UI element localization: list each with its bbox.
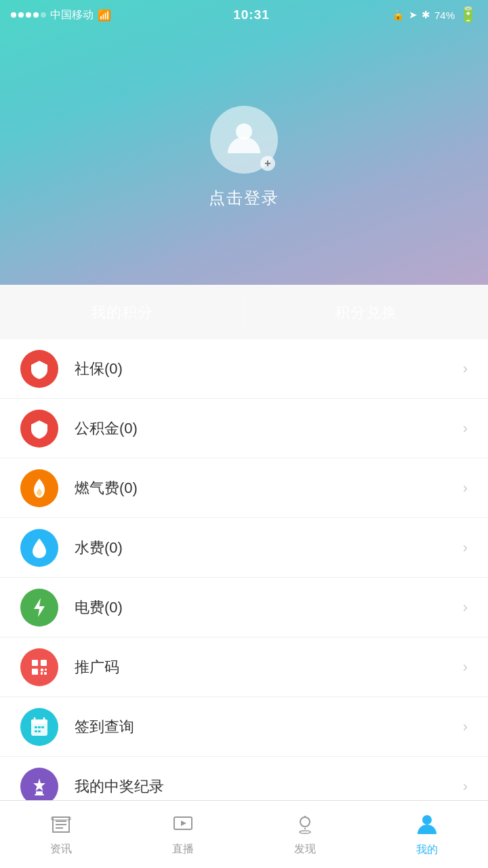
signal-dot-5 bbox=[41, 12, 46, 18]
zhongjang-chevron: › bbox=[463, 778, 468, 795]
battery-icon: 🔋 bbox=[459, 6, 477, 24]
shuifei-icon bbox=[20, 529, 58, 567]
tab-discover[interactable]: 发现 bbox=[244, 801, 366, 868]
list-item-shebao[interactable]: 社保(0) › bbox=[0, 339, 488, 399]
list-item-ranqi[interactable]: 燃气费(0) › bbox=[0, 458, 488, 518]
shuifei-chevron: › bbox=[463, 539, 468, 557]
points-bar: 我的积分 积分兑换 bbox=[0, 285, 488, 339]
svg-rect-3 bbox=[41, 660, 47, 666]
avatar-icon bbox=[224, 117, 264, 163]
login-button[interactable]: 点击登录 bbox=[209, 187, 279, 209]
lock-icon: 🔒 bbox=[392, 9, 405, 21]
discover-icon bbox=[293, 813, 317, 838]
status-right: 🔒 ➤ ✱ 74% 🔋 bbox=[392, 6, 477, 24]
signal-dot-2 bbox=[18, 12, 24, 18]
ranqi-icon bbox=[20, 469, 58, 507]
shuifei-label: 水费(0) bbox=[75, 538, 463, 558]
wifi-icon: 📶 bbox=[98, 9, 111, 22]
dianfei-label: 电费(0) bbox=[75, 597, 463, 618]
tab-news[interactable]: 资讯 bbox=[0, 801, 122, 868]
tab-live[interactable]: 直播 bbox=[122, 801, 244, 868]
svg-rect-8 bbox=[44, 672, 47, 675]
ranqi-chevron: › bbox=[463, 479, 468, 497]
svg-point-25 bbox=[300, 817, 310, 827]
points-exchange-tab[interactable]: 积分兑换 bbox=[245, 285, 489, 339]
live-icon bbox=[171, 813, 195, 838]
mine-label: 我的 bbox=[416, 843, 438, 857]
signal-dot-4 bbox=[33, 12, 39, 18]
svg-marker-1 bbox=[34, 598, 45, 617]
signal-dots bbox=[11, 12, 46, 18]
tab-bar: 资讯 直播 发现 我的 bbox=[0, 800, 488, 868]
status-time: 10:31 bbox=[233, 7, 270, 22]
svg-marker-24 bbox=[181, 821, 186, 826]
tuiguangma-chevron: › bbox=[463, 658, 468, 676]
menu-list: 社保(0) › 公积金(0) › 燃气费(0) › 水费(0) › bbox=[0, 339, 488, 857]
avatar-button[interactable]: + bbox=[210, 106, 278, 174]
svg-rect-6 bbox=[45, 669, 47, 671]
dianfei-chevron: › bbox=[463, 599, 468, 616]
battery-label: 74% bbox=[434, 9, 455, 21]
shebao-label: 社保(0) bbox=[75, 359, 463, 379]
svg-rect-15 bbox=[41, 726, 44, 728]
discover-label: 发现 bbox=[294, 842, 316, 856]
list-item-gongjijin[interactable]: 公积金(0) › bbox=[0, 399, 488, 458]
qiandao-icon bbox=[20, 708, 58, 746]
svg-rect-2 bbox=[32, 660, 38, 666]
svg-point-28 bbox=[300, 831, 310, 833]
live-label: 直播 bbox=[172, 842, 194, 856]
svg-rect-5 bbox=[41, 669, 43, 671]
list-item-tuiguangma[interactable]: 推广码 › bbox=[0, 637, 488, 697]
gongjijin-icon bbox=[20, 410, 58, 448]
list-item-shuifei[interactable]: 水费(0) › bbox=[0, 518, 488, 578]
news-icon bbox=[49, 813, 73, 838]
tab-mine[interactable]: 我的 bbox=[366, 801, 488, 868]
signal-dot-3 bbox=[26, 12, 31, 18]
tuiguangma-icon bbox=[20, 648, 58, 686]
svg-rect-4 bbox=[32, 669, 38, 675]
gongjijin-label: 公积金(0) bbox=[75, 418, 463, 439]
signal-dot-1 bbox=[11, 12, 16, 18]
my-points-tab[interactable]: 我的积分 bbox=[0, 285, 244, 339]
gongjijin-chevron: › bbox=[463, 420, 468, 437]
svg-point-29 bbox=[422, 815, 432, 825]
avatar-plus-icon: + bbox=[260, 156, 275, 171]
list-item-qiandao[interactable]: 签到查询 › bbox=[0, 697, 488, 757]
tuiguangma-label: 推广码 bbox=[75, 657, 463, 677]
svg-rect-14 bbox=[38, 726, 41, 728]
svg-rect-10 bbox=[31, 719, 47, 724]
list-item-dianfei[interactable]: 电费(0) › bbox=[0, 578, 488, 637]
svg-rect-19 bbox=[35, 794, 44, 795]
bluetooth-icon: ✱ bbox=[422, 9, 430, 21]
ranqi-label: 燃气费(0) bbox=[75, 478, 463, 498]
status-bar: 中国移动 📶 10:31 🔒 ➤ ✱ 74% 🔋 bbox=[0, 0, 488, 30]
carrier-label: 中国移动 bbox=[50, 8, 94, 22]
dianfei-icon bbox=[20, 589, 58, 627]
zhongjang-label: 我的中奖纪录 bbox=[75, 776, 463, 797]
qiandao-label: 签到查询 bbox=[75, 717, 463, 737]
shebao-chevron: › bbox=[463, 360, 468, 378]
status-left: 中国移动 📶 bbox=[11, 8, 111, 22]
news-label: 资讯 bbox=[50, 842, 72, 856]
shebao-icon bbox=[20, 350, 58, 388]
svg-rect-7 bbox=[41, 672, 43, 675]
location-icon: ➤ bbox=[409, 9, 418, 21]
profile-header: + 点击登录 bbox=[0, 0, 488, 285]
svg-rect-17 bbox=[38, 730, 41, 732]
svg-rect-16 bbox=[35, 730, 37, 732]
qiandao-chevron: › bbox=[463, 718, 468, 736]
svg-rect-13 bbox=[35, 726, 37, 728]
mine-icon bbox=[415, 812, 439, 839]
